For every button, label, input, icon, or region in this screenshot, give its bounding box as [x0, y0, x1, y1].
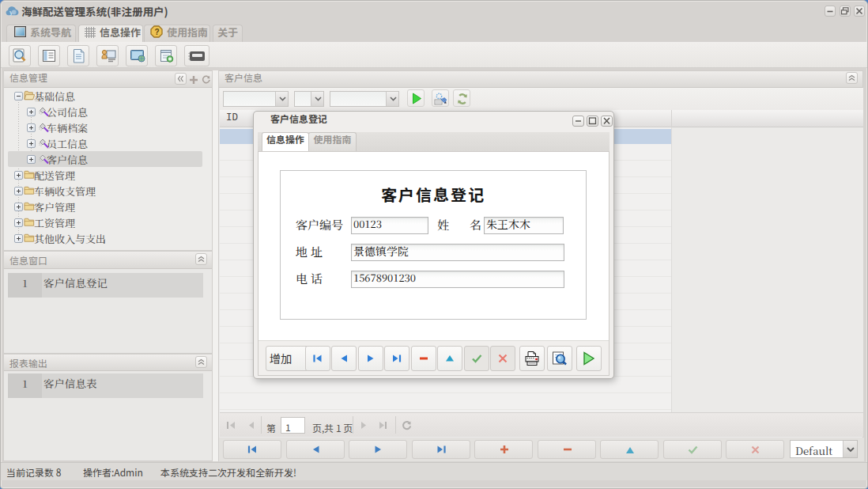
svg-text:?: ? [154, 28, 159, 36]
